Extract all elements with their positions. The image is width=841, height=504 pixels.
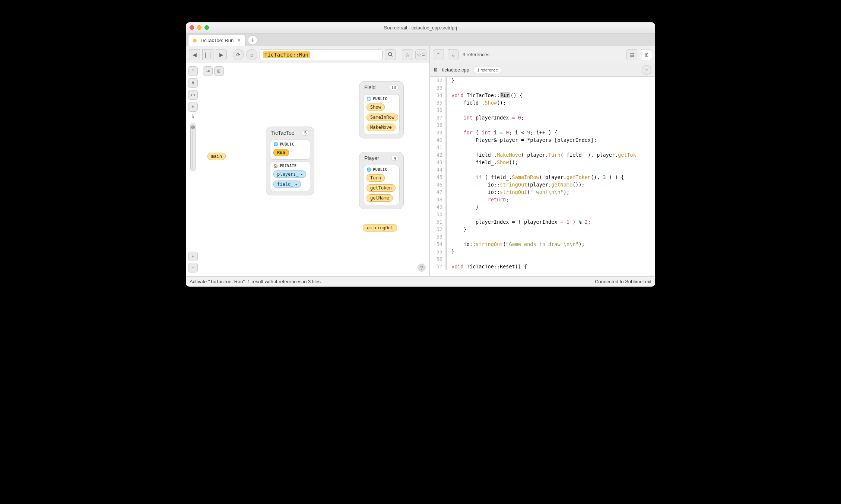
- prev-reference-button[interactable]: ⌃: [433, 49, 444, 60]
- public-label: PUBLIC: [373, 168, 387, 172]
- traffic-lights: [190, 25, 209, 30]
- public-label: PUBLIC: [373, 97, 387, 101]
- tab-tictactoe-run[interactable]: TicTacToe::Run ×: [188, 35, 245, 46]
- snippet-mode-button[interactable]: ▤: [626, 49, 637, 60]
- layout-graph-icon[interactable]: ⋔: [188, 102, 198, 112]
- search-value: TicTacToe::Run: [263, 51, 310, 58]
- node-player[interactable]: Player 4 🌐PUBLIC Turn getToken getName: [359, 152, 404, 209]
- file-bar: 🗎 tictactoe.cpp 1 reference ≡: [430, 63, 655, 77]
- zoom-level-label: 5: [192, 114, 194, 119]
- search-button[interactable]: [385, 49, 396, 60]
- window-title: Sourcetrail - tictactoe_cpp.srctrlprj: [186, 25, 655, 31]
- globe-icon: 🌐: [273, 142, 278, 146]
- right-toolbar: ⌃ ⌄ 3 references ▤ 🗎: [430, 46, 655, 63]
- chip-makemove[interactable]: MakeMove: [366, 124, 396, 131]
- close-window-button[interactable]: [190, 25, 194, 30]
- layout-route-icon[interactable]: ↯: [188, 78, 198, 88]
- graph-panel: ◀ ❘❘ ▶ ⟳ ⌂ TicTacToe::Run ☆ ☆≡ ⌃: [186, 46, 430, 276]
- nav-forward-button[interactable]: ▶: [216, 49, 227, 60]
- history-button[interactable]: ❘❘: [202, 49, 213, 60]
- chip-gettoken[interactable]: getToken: [366, 184, 396, 192]
- status-right: Connected to SublimeText: [595, 279, 651, 284]
- public-label: PUBLIC: [280, 142, 294, 146]
- expand-up-button[interactable]: ⌃: [188, 66, 198, 76]
- search-input[interactable]: TicTacToe::Run: [260, 49, 383, 60]
- node-tictactoe[interactable]: TicTacToe 5 🌐PUBLIC Run 🏠PRIVATE players…: [266, 127, 314, 195]
- svg-line-1: [391, 55, 392, 56]
- export-graph-button[interactable]: ⇥: [203, 66, 213, 76]
- code-view[interactable]: 32}3334void TicTacToe::Run() {35 field_.…: [430, 77, 655, 276]
- zoom-in-button[interactable]: +: [188, 252, 198, 261]
- zoom-window-button[interactable]: [204, 25, 209, 30]
- status-left: Activate "TicTacToe::Run": 1 result with…: [190, 279, 321, 284]
- tab-status-dot: [193, 39, 197, 42]
- node-tictactoe-count: 5: [302, 130, 309, 135]
- node-field-title: Field: [364, 84, 375, 90]
- titlebar: Sourcetrail - tictactoe_cpp.srctrlprj: [186, 22, 655, 34]
- left-toolbar: ◀ ❘❘ ▶ ⟳ ⌂ TicTacToe::Run ☆ ☆≡: [186, 46, 429, 63]
- file-mode-button[interactable]: 🗎: [641, 49, 652, 60]
- tabbar: TicTacToe::Run × +: [186, 34, 655, 46]
- chip-show[interactable]: Show: [366, 103, 385, 111]
- body: ◀ ❘❘ ▶ ⟳ ⌂ TicTacToe::Run ☆ ☆≡ ⌃: [186, 46, 655, 276]
- chip-sameinrow[interactable]: SameInRow: [366, 114, 398, 121]
- next-reference-button[interactable]: ⌄: [448, 49, 459, 60]
- house-icon: 🏠: [273, 164, 278, 168]
- private-label: PRIVATE: [280, 164, 296, 168]
- home-button[interactable]: ⌂: [246, 49, 257, 60]
- graph-sidebar: ⌃ ↯ ⊶ ⋔ 5: [188, 66, 198, 171]
- chip-stringout[interactable]: ▸stringOut: [363, 224, 397, 232]
- svg-point-0: [388, 52, 391, 56]
- bookmark-button[interactable]: ☆: [402, 49, 413, 60]
- chip-turn[interactable]: Turn: [366, 174, 385, 182]
- app-window: Sourcetrail - tictactoe_cpp.srctrlprj Ti…: [186, 22, 655, 287]
- close-tab-button[interactable]: ×: [237, 37, 241, 44]
- globe-icon: 🌐: [366, 97, 371, 101]
- chip-players[interactable]: players_◂: [273, 170, 306, 178]
- layout-tree-icon[interactable]: ⊶: [188, 90, 198, 100]
- new-tab-button[interactable]: +: [248, 35, 257, 45]
- file-view-button[interactable]: 🗎: [214, 66, 224, 76]
- node-main[interactable]: main: [207, 153, 226, 160]
- chip-getname[interactable]: getName: [366, 194, 393, 202]
- file-menu-button[interactable]: ≡: [642, 65, 651, 75]
- code-panel: ⌃ ⌄ 3 references ▤ 🗎 🗎 tictactoe.cpp 1 r…: [430, 46, 655, 276]
- refresh-button[interactable]: ⟳: [233, 49, 244, 60]
- file-icon: 🗎: [434, 67, 438, 73]
- chip-run[interactable]: Run: [273, 149, 289, 156]
- minimize-window-button[interactable]: [197, 25, 201, 30]
- tab-title: TicTacToe::Run: [200, 38, 234, 43]
- node-player-title: Player: [364, 155, 379, 161]
- reference-count: 3 references: [463, 52, 489, 57]
- bookmarks-list-button[interactable]: ☆≡: [415, 49, 426, 60]
- globe-icon: 🌐: [366, 168, 371, 172]
- help-button[interactable]: ?: [418, 264, 426, 272]
- graph-area[interactable]: ⌃ ↯ ⊶ ⋔ 5 ⇥ 🗎 + − ?: [186, 63, 429, 276]
- file-name[interactable]: tictactoe.cpp: [442, 67, 469, 73]
- node-player-count: 4: [391, 156, 399, 161]
- nav-back-button[interactable]: ◀: [189, 49, 200, 60]
- zoom-out-button[interactable]: −: [188, 263, 198, 272]
- status-bar: Activate "TicTacToe::Run": 1 result with…: [186, 276, 655, 287]
- file-refs-badge: 1 reference: [473, 67, 502, 73]
- node-field[interactable]: Field 13 🌐PUBLIC Show SameInRow MakeMove: [359, 81, 404, 138]
- node-field-count: 13: [389, 85, 399, 90]
- depth-slider[interactable]: [190, 123, 196, 171]
- chip-field[interactable]: field_◂: [273, 181, 301, 188]
- node-tictactoe-title: TicTacToe: [271, 130, 295, 136]
